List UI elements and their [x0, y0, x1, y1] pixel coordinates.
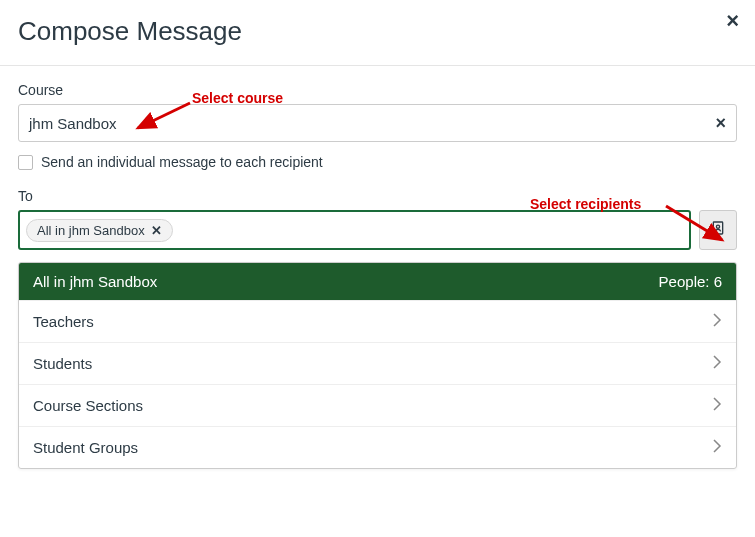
recipients-input[interactable]: All in jhm Sandbox ✕ — [18, 210, 691, 250]
course-select[interactable]: jhm Sandbox × — [18, 104, 737, 142]
recipients-header-label: All in jhm Sandbox — [33, 273, 157, 290]
list-item-label: Course Sections — [33, 397, 143, 414]
remove-chip-icon[interactable]: ✕ — [151, 223, 162, 238]
course-value: jhm Sandbox — [29, 115, 117, 132]
recipients-item-students[interactable]: Students — [19, 342, 736, 384]
recipient-chip-label: All in jhm Sandbox — [37, 223, 145, 238]
recipients-dropdown-header[interactable]: All in jhm Sandbox People: 6 — [19, 263, 736, 300]
compose-dialog: Compose Message — [0, 0, 755, 47]
recipient-chip[interactable]: All in jhm Sandbox ✕ — [26, 219, 173, 242]
individual-checkbox[interactable] — [18, 155, 33, 170]
chevron-right-icon — [712, 313, 722, 330]
clear-course-icon[interactable]: × — [715, 113, 726, 134]
course-label: Course — [18, 82, 737, 98]
chevron-right-icon — [712, 355, 722, 372]
recipients-people-count: People: 6 — [659, 273, 722, 290]
dialog-title: Compose Message — [18, 16, 737, 47]
recipients-item-course-sections[interactable]: Course Sections — [19, 384, 736, 426]
recipients-item-student-groups[interactable]: Student Groups — [19, 426, 736, 468]
close-icon[interactable]: × — [726, 8, 739, 34]
list-item-label: Teachers — [33, 313, 94, 330]
list-item-label: Students — [33, 355, 92, 372]
chevron-right-icon — [712, 439, 722, 456]
individual-label[interactable]: Send an individual message to each recip… — [41, 154, 323, 170]
svg-point-1 — [716, 225, 719, 228]
recipients-dropdown: All in jhm Sandbox People: 6 Teachers St… — [18, 262, 737, 469]
recipients-item-teachers[interactable]: Teachers — [19, 300, 736, 342]
chevron-right-icon — [712, 397, 722, 414]
address-book-button[interactable] — [699, 210, 737, 250]
to-label: To — [18, 188, 737, 204]
address-book-icon — [710, 220, 726, 240]
list-item-label: Student Groups — [33, 439, 138, 456]
divider — [0, 65, 755, 66]
